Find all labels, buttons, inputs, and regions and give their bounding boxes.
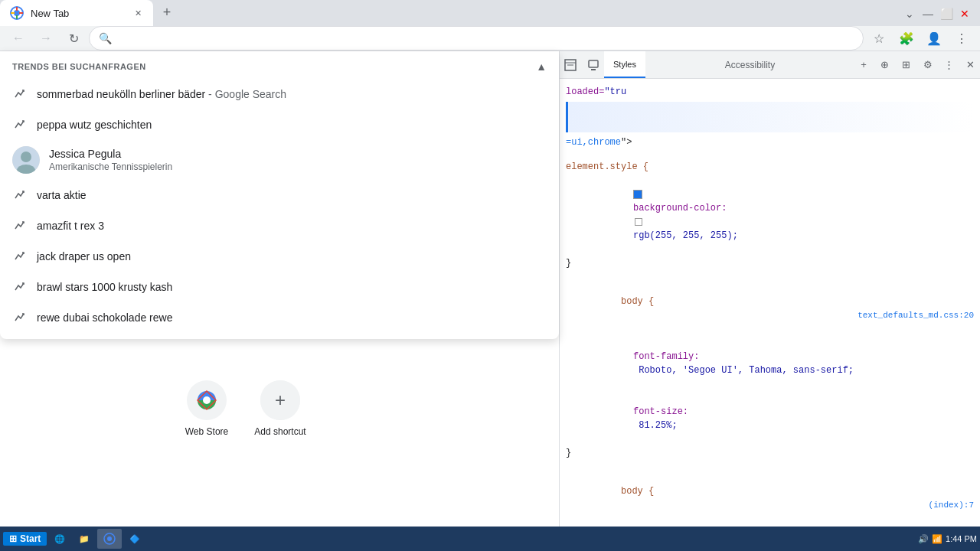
minimize-button[interactable]: — bbox=[919, 5, 937, 23]
devtools-new-style-btn[interactable]: ⊕ bbox=[876, 56, 894, 74]
devtools-more-btn[interactable]: ⋮ bbox=[940, 56, 959, 74]
code-font-size: font-size: 81.25%; bbox=[566, 391, 974, 446]
trend-icon bbox=[12, 218, 28, 233]
devtools-styles-content[interactable]: loaded="tru =ui,chrome"> element.style {… bbox=[560, 79, 980, 551]
svg-rect-14 bbox=[589, 60, 598, 67]
trend-item-text: varta aktie bbox=[37, 189, 87, 201]
svg-point-17 bbox=[107, 536, 112, 541]
svg-point-10 bbox=[203, 396, 211, 404]
code-element-style-close: } bbox=[566, 256, 974, 270]
shortcuts-container: Web Store + Add shortcut bbox=[176, 380, 311, 437]
person-info: Jessica Pegula Amerikanische Tennisspiel… bbox=[49, 148, 172, 172]
taskbar: ⊞ Start 🌐 📁 🔷 🔊 📶 1:44 PM bbox=[0, 527, 980, 551]
code-bg-color-property: background-color: rgb(255, 255, 255); bbox=[566, 174, 974, 256]
close-window-button[interactable]: ✕ bbox=[956, 5, 974, 23]
bookmarks-button[interactable]: ☆ bbox=[867, 26, 891, 51]
edge-icon: 🔷 bbox=[129, 534, 140, 544]
svg-point-7 bbox=[21, 152, 31, 162]
trend-item-text: peppa wutz geschichten bbox=[37, 119, 152, 131]
devtools-settings-btn[interactable]: ⚙ bbox=[919, 56, 937, 74]
volume-icon[interactable]: 🔊 bbox=[918, 534, 929, 544]
maximize-button[interactable]: ⬜ bbox=[937, 5, 956, 23]
trend-item-text: amazfit t rex 3 bbox=[37, 220, 104, 232]
tab-bar-right: ⌄ — ⬜ ✕ bbox=[178, 5, 980, 26]
menu-button[interactable]: ⋮ bbox=[949, 26, 974, 51]
forward-button[interactable]: → bbox=[34, 26, 58, 51]
code-ui-chrome: =ui,chrome"> bbox=[566, 135, 974, 149]
devtools-action-icons: + ⊕ ⊞ ⚙ ⋮ ✕ bbox=[854, 56, 980, 74]
taskbar-chrome[interactable] bbox=[97, 529, 122, 549]
dropdown-header-text: TRENDS BEI SUCHANFRAGEN bbox=[12, 62, 146, 71]
address-bar[interactable]: 🔍 bbox=[89, 26, 864, 51]
person-name: Jessica Pegula bbox=[49, 148, 172, 160]
new-tab-button[interactable]: + bbox=[156, 2, 178, 23]
refresh-button[interactable]: ↻ bbox=[61, 26, 86, 51]
trend-icon bbox=[12, 86, 28, 102]
taskbar-ie[interactable]: 🌐 bbox=[48, 529, 71, 549]
trend-icon bbox=[12, 249, 28, 264]
tab-bar: New Tab ✕ + ⌄ — ⬜ ✕ bbox=[0, 0, 980, 26]
taskbar-edge[interactable]: 🔷 bbox=[123, 529, 146, 549]
tab-favicon bbox=[9, 5, 24, 21]
extensions-button[interactable]: 🧩 bbox=[894, 26, 919, 51]
trend-icon bbox=[12, 187, 28, 203]
dropdown-item[interactable]: brawl stars 1000 krusty kash bbox=[0, 272, 559, 302]
add-shortcut[interactable]: + Add shortcut bbox=[250, 380, 311, 437]
profile-button[interactable]: 👤 bbox=[922, 26, 946, 51]
code-body-close-1: } bbox=[566, 446, 974, 460]
trend-icon bbox=[12, 279, 28, 295]
code-element-style-selector: element.style { bbox=[566, 160, 974, 174]
dropdown-item[interactable]: peppa wutz geschichten bbox=[0, 109, 559, 140]
dropdown-item[interactable]: sommerbad neukölln berliner bäder - Goog… bbox=[0, 79, 559, 109]
devtools-tab-styles[interactable]: Styles bbox=[604, 51, 645, 78]
back-button[interactable]: ← bbox=[6, 26, 31, 51]
toolbar: ← → ↻ 🔍 ☆ 🧩 👤 ⋮ bbox=[0, 26, 980, 51]
trend-item-text: jack draper us open bbox=[37, 250, 131, 262]
code-body-selector-1: body { text_defaults_md.css:20 bbox=[566, 281, 974, 336]
code-body-selector-2: body { (index):7 bbox=[566, 471, 974, 526]
devtools-tab-accessibility[interactable]: Accessibility bbox=[716, 51, 784, 78]
code-font-family: font-family: Roboto, 'Segoe UI', Tahoma,… bbox=[566, 336, 974, 391]
devtools-add-style-btn[interactable]: + bbox=[854, 56, 873, 74]
ie-icon: 🌐 bbox=[54, 534, 65, 544]
trend-item-text: sommerbad neukölln berliner bäder - Goog… bbox=[37, 88, 286, 100]
webstore-icon bbox=[187, 380, 227, 420]
dropdown-item-person[interactable]: Jessica Pegula Amerikanische Tennisspiel… bbox=[0, 140, 559, 180]
tab-list-button[interactable]: ⌄ bbox=[900, 5, 919, 23]
devtools-panel: Styles Accessibility + ⊕ ⊞ ⚙ ⋮ ✕ loaded=… bbox=[559, 51, 980, 551]
taskbar-time: 1:44 PM bbox=[946, 534, 977, 543]
start-label: Start bbox=[20, 533, 41, 544]
dropdown-item[interactable]: amazfit t rex 3 bbox=[0, 210, 559, 241]
explorer-icon: 📁 bbox=[79, 534, 90, 544]
code-index-source-link[interactable]: (index):7 bbox=[929, 500, 974, 510]
plus-icon: + bbox=[260, 380, 300, 420]
svg-rect-15 bbox=[591, 69, 596, 70]
content-area: TRENDS BEI SUCHANFRAGEN ▲ sommerbad neuk… bbox=[0, 51, 980, 551]
active-tab[interactable]: New Tab ✕ bbox=[0, 0, 153, 26]
svg-point-1 bbox=[14, 10, 20, 16]
code-source-link[interactable]: text_defaults_md.css:20 bbox=[858, 311, 974, 320]
person-avatar bbox=[12, 146, 40, 174]
dropdown-item[interactable]: jack draper us open bbox=[0, 241, 559, 272]
dropdown-collapse-button[interactable]: ▲ bbox=[536, 60, 547, 73]
webstore-label: Web Store bbox=[185, 426, 228, 437]
tab-close-button[interactable]: ✕ bbox=[132, 7, 144, 19]
dropdown-header: TRENDS BEI SUCHANFRAGEN ▲ bbox=[0, 51, 559, 79]
webstore-shortcut[interactable]: Web Store bbox=[176, 380, 237, 437]
devtools-tab-inspect[interactable] bbox=[583, 51, 604, 78]
trend-item-text: brawl stars 1000 krusty kash bbox=[37, 281, 172, 293]
taskbar-explorer[interactable]: 📁 bbox=[73, 529, 96, 549]
devtools-layout-btn[interactable]: ⊞ bbox=[897, 56, 916, 74]
chrome-taskbar-icon bbox=[103, 533, 116, 545]
dropdown-item[interactable]: varta aktie bbox=[0, 180, 559, 210]
trend-icon bbox=[12, 310, 28, 325]
trend-item-text: rewe dubai schokolade rewe bbox=[37, 311, 172, 324]
devtools-tab-elements[interactable] bbox=[560, 51, 583, 78]
code-loaded-attr: loaded="tru bbox=[566, 85, 974, 99]
toolbar-right: ☆ 🧩 👤 ⋮ bbox=[867, 26, 974, 51]
network-icon[interactable]: 📶 bbox=[932, 534, 942, 544]
devtools-close-btn[interactable]: ✕ bbox=[962, 56, 980, 74]
dropdown-item[interactable]: rewe dubai schokolade rewe bbox=[0, 302, 559, 333]
start-button[interactable]: ⊞ Start bbox=[3, 532, 47, 546]
autocomplete-dropdown: TRENDS BEI SUCHANFRAGEN ▲ sommerbad neuk… bbox=[0, 51, 559, 339]
